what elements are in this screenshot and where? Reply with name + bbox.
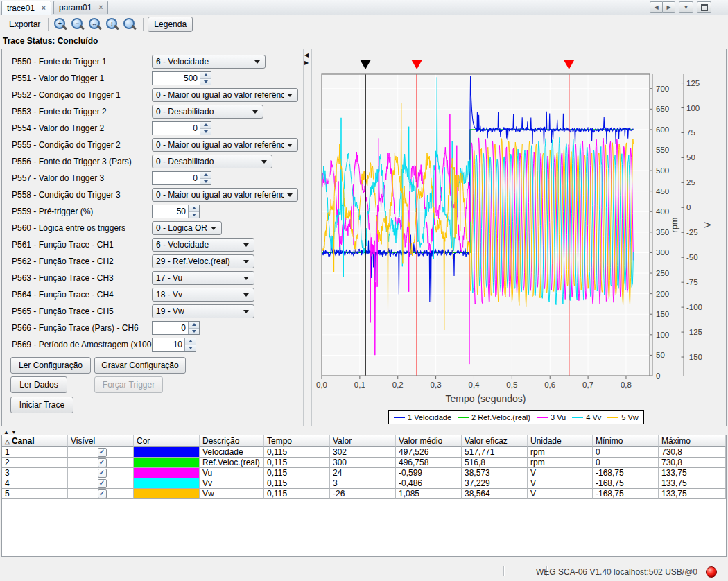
table-row[interactable]: 1✓Velocidade0,115302497,526517,771rpm073…: [2, 447, 726, 458]
spin-up-button[interactable]: [189, 322, 199, 328]
cell-visivel[interactable]: ✓: [68, 468, 134, 478]
param-P558-combobox[interactable]: 0 - Maior ou igual ao valor referência: [152, 188, 298, 202]
spin-up-button[interactable]: [200, 172, 211, 178]
spin-down-button[interactable]: [185, 345, 196, 352]
column-header-m-ximo[interactable]: Máximo: [659, 435, 726, 447]
rpm-tick-label: 500: [656, 166, 669, 175]
legend-item: 5 Vw: [607, 413, 638, 422]
param-label-P556: P556 - Fonte do Trigger 3 (Pars): [12, 157, 132, 166]
spin-down-button[interactable]: [200, 78, 211, 85]
param-P550-combobox[interactable]: 6 - Velocidade: [152, 55, 266, 69]
spin-down-button[interactable]: [189, 328, 199, 335]
param-P561-combobox[interactable]: 6 - Velocidade: [152, 238, 254, 252]
visible-checkbox[interactable]: ✓: [98, 469, 107, 478]
column-header-unidade[interactable]: Unidade: [528, 435, 593, 447]
scroll-tabs-right-button[interactable]: ▶: [663, 1, 675, 13]
channel-color-swatch[interactable]: [134, 468, 199, 478]
visible-checkbox[interactable]: ✓: [98, 489, 107, 498]
param-P560-combobox[interactable]: 0 - Lógica OR: [152, 221, 222, 235]
maximize-view-button[interactable]: [697, 1, 711, 13]
param-P553-combobox[interactable]: 0 - Desabilitado: [152, 105, 263, 119]
cell-minimo: 0: [593, 458, 659, 468]
column-header-valor-eficaz[interactable]: Valor eficaz: [462, 435, 528, 447]
param-P564-combobox[interactable]: 18 - Vv: [152, 288, 254, 302]
tab-param01[interactable]: param01 ×: [53, 1, 108, 14]
x-axis-label: Tempo (segundos): [446, 393, 526, 404]
spin-up-button[interactable]: [200, 72, 211, 78]
tab-close-icon[interactable]: ×: [42, 5, 46, 12]
channel-color-swatch[interactable]: [134, 458, 199, 467]
spin-up-button[interactable]: [200, 122, 211, 128]
tab-list-dropdown-button[interactable]: ▼: [679, 1, 693, 13]
trace-chart[interactable]: 0,00,10,20,30,40,50,60,70,8Tempo (segund…: [312, 49, 726, 426]
channel-color-swatch[interactable]: [134, 489, 199, 498]
zoom-vertical-button[interactable]: ↕: [105, 17, 121, 31]
collapse-left-icon[interactable]: ◀: [304, 53, 309, 58]
column-header-vis-vel[interactable]: Visível: [68, 435, 134, 447]
cell-cor[interactable]: [134, 478, 200, 489]
param-P555-combobox[interactable]: 0 - Maior ou igual ao valor referência: [152, 138, 298, 152]
column-header-valor[interactable]: Valor: [330, 435, 396, 447]
param-P569-spinner[interactable]: 10: [152, 338, 196, 352]
spin-down-button[interactable]: [189, 211, 199, 218]
cell-cor[interactable]: [134, 489, 200, 499]
param-P557-spinner[interactable]: 0: [152, 171, 211, 185]
table-row[interactable]: 5✓Vw0,115-261,08538,564V-168,75133,75: [2, 489, 726, 499]
column-header-cor[interactable]: Cor: [134, 435, 200, 447]
tab-bar: trace01 × param01 × ◀ ▶ ▼: [0, 0, 728, 15]
rpm-tick-label: 350: [656, 228, 669, 236]
spin-up-button[interactable]: [189, 205, 199, 211]
cell-cor[interactable]: [134, 458, 200, 468]
vertical-splitter[interactable]: ◀ ▶: [304, 49, 311, 426]
param-P552-combobox[interactable]: 0 - Maior ou igual ao valor referência: [152, 88, 298, 102]
cell-cor[interactable]: [134, 447, 200, 458]
tab-close-icon[interactable]: ×: [98, 4, 103, 11]
tab-trace01[interactable]: trace01 ×: [1, 1, 51, 15]
column-header-descri-o[interactable]: Descrição: [200, 435, 264, 447]
cell-visivel[interactable]: ✓: [68, 489, 134, 499]
column-header-m-nimo[interactable]: Mínimo: [593, 435, 659, 447]
table-row[interactable]: 4✓Vv0,1153-0,48637,229V-168,75133,75: [2, 478, 726, 489]
zoom-horizontal-button[interactable]: ↔: [87, 17, 103, 31]
zoom-reset-button[interactable]: [122, 17, 138, 31]
iniciar-trace-button[interactable]: Iniciar Trace: [10, 397, 73, 413]
param-P566-spinner[interactable]: 0: [152, 321, 200, 335]
exportar-menu-button[interactable]: Exportar: [5, 17, 44, 31]
column-header-tempo[interactable]: Tempo: [264, 435, 330, 447]
param-P554-spinner[interactable]: 0: [152, 121, 211, 135]
ler-configuracao-button[interactable]: Ler Configuração: [10, 357, 91, 374]
legend-item: 4 Vv: [572, 413, 601, 422]
spin-up-button[interactable]: [185, 338, 196, 345]
spinner-buttons: [184, 338, 196, 351]
ler-dados-button[interactable]: Ler Dados: [10, 376, 67, 393]
param-P563-combobox[interactable]: 17 - Vu: [152, 271, 254, 285]
param-P556-combobox[interactable]: 0 - Desabilitado: [152, 155, 272, 168]
cell-visivel[interactable]: ✓: [68, 478, 134, 489]
cell-visivel[interactable]: ✓: [68, 447, 134, 458]
horizontal-splitter[interactable]: ▲▼: [1, 426, 727, 434]
legenda-toggle-button[interactable]: Legenda: [148, 17, 193, 32]
spin-down-button[interactable]: [200, 178, 211, 185]
table-row[interactable]: 2✓Ref.Veloc.(real)0,115300496,758516,8rp…: [2, 458, 726, 468]
param-P562-combobox[interactable]: 29 - Ref.Veloc.(real): [152, 254, 254, 268]
param-P565-combobox[interactable]: 19 - Vw: [152, 304, 254, 318]
cell-cor[interactable]: [134, 468, 200, 478]
channel-color-swatch[interactable]: [134, 447, 199, 457]
gravar-configuracao-button[interactable]: Gravar Configuração: [94, 357, 186, 374]
param-P551-spinner[interactable]: 500: [152, 71, 211, 85]
column-header-canal[interactable]: △Canal: [2, 435, 68, 447]
cell-visivel[interactable]: ✓: [68, 458, 134, 468]
visible-checkbox[interactable]: ✓: [98, 458, 107, 467]
visible-checkbox[interactable]: ✓: [98, 448, 107, 457]
channel-color-swatch[interactable]: [134, 478, 199, 488]
expand-right-icon[interactable]: ▶: [304, 60, 309, 66]
param-P559-spinner[interactable]: 50: [152, 205, 200, 218]
scroll-tabs-left-button[interactable]: ◀: [650, 1, 663, 13]
forcar-trigger-button[interactable]: Forçar Trigger: [94, 376, 163, 393]
column-header-valor-m-dio[interactable]: Valor médio: [396, 435, 462, 447]
visible-checkbox[interactable]: ✓: [98, 479, 107, 488]
table-row[interactable]: 3✓Vu0,11524-0,59938,573V-168,75133,75: [2, 468, 726, 478]
zoom-out-button[interactable]: −: [70, 17, 86, 31]
spin-down-button[interactable]: [200, 128, 211, 135]
zoom-in-button[interactable]: +: [53, 17, 69, 31]
